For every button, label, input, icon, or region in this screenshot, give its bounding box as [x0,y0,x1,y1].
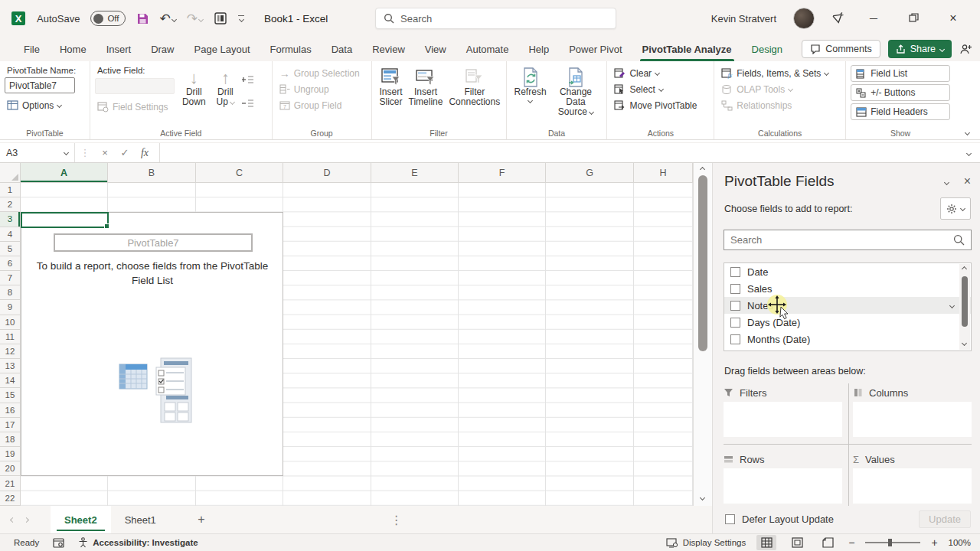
sheet-options-icon[interactable]: ⋮ [390,513,403,527]
field-list-toggle[interactable]: Field List [851,65,950,82]
row-header-4[interactable]: 4 [0,227,20,242]
row-header-16[interactable]: 16 [0,403,20,418]
row-header-14[interactable]: 14 [0,373,20,388]
field-list-scrollbar[interactable] [959,264,970,350]
name-box[interactable]: A3 [0,143,75,162]
row-header-20[interactable]: 20 [0,461,20,476]
avatar[interactable] [793,8,815,29]
field-row-sales[interactable]: Sales [724,280,971,297]
field-list-scrollbar-thumb[interactable] [962,276,968,327]
fields-search-box[interactable]: Search [724,230,972,250]
row-header-3[interactable]: 3 [0,212,20,227]
row-header-1[interactable]: 1 [0,183,20,197]
pivottable-name-input[interactable] [5,77,75,93]
change-data-source-button[interactable]: Change Data Source [550,65,603,127]
collapse-field-icon[interactable] [242,98,254,109]
select-all-corner[interactable] [0,163,21,182]
row-header-10[interactable]: 10 [0,315,20,330]
coming-soon-icon[interactable] [831,11,845,25]
zoom-in-button[interactable]: + [931,536,937,549]
rows-area[interactable]: Rows [724,450,842,505]
collapse-ribbon-button[interactable] [955,61,980,139]
row-header-17[interactable]: 17 [0,418,20,432]
rows-drop-zone[interactable] [724,468,842,504]
autosave-toggle[interactable]: Off [90,11,125,26]
field-row-notes[interactable]: Notes [724,297,971,314]
refresh-button[interactable]: Refresh [511,65,550,127]
insert-function-icon[interactable]: fx [135,147,155,159]
ribbon-tab-draw[interactable]: Draw [141,37,184,61]
row-header-5[interactable]: 5 [0,242,20,256]
ribbon-tab-file[interactable]: File [14,37,50,61]
scroll-up-icon[interactable] [700,167,705,172]
row-header-11[interactable]: 11 [0,330,20,344]
filters-drop-zone[interactable] [724,402,842,437]
search-bar[interactable]: Search [375,8,616,29]
vertical-scrollbar-thumb[interactable] [698,175,707,351]
quick-access-icon[interactable] [214,11,227,25]
move-pivottable-button[interactable]: Move PivotTable [612,97,709,113]
ribbon-tab-home[interactable]: Home [50,37,96,61]
zoom-out-button[interactable]: − [848,536,854,549]
field-headers-toggle[interactable]: Field Headers [851,103,950,120]
columns-drop-zone[interactable] [853,402,972,437]
pane-collapse-icon[interactable] [945,175,949,187]
field-row-days-date-[interactable]: Days (Date) [724,314,971,331]
ribbon-tab-help[interactable]: Help [518,37,559,61]
field-row-date[interactable]: Date [724,263,971,280]
ribbon-tab-design[interactable]: Design [742,37,792,61]
ribbon-tab-data[interactable]: Data [322,37,362,61]
field-checkbox[interactable] [730,284,740,294]
ribbon-tab-pivottable-analyze[interactable]: PivotTable Analyze [632,37,742,61]
row-header-12[interactable]: 12 [0,344,20,359]
insert-slicer-button[interactable]: Insert Slicer [377,65,406,127]
person-add-icon[interactable] [959,43,972,56]
user-name[interactable]: Kevin Stratvert [711,13,776,24]
plus-minus-buttons-toggle[interactable]: +/- Buttons [851,84,950,101]
row-header-19[interactable]: 19 [0,447,20,461]
insert-timeline-button[interactable]: Insert Timeline [406,65,446,127]
row-header-18[interactable]: 18 [0,432,20,447]
ribbon-tab-automate[interactable]: Automate [456,37,519,61]
field-list-scroll-up-icon[interactable] [962,266,967,272]
restore-button[interactable] [902,12,925,25]
column-header-e[interactable]: E [371,163,459,182]
columns-area[interactable]: Columns [853,383,972,439]
values-area[interactable]: Σ Values [853,450,972,505]
excel-logo-icon[interactable]: X [11,11,26,26]
field-checkbox[interactable] [730,318,740,328]
field-dropdown-icon[interactable] [949,302,955,308]
row-header-22[interactable]: 22 [0,491,20,506]
macro-record-icon[interactable] [53,538,64,548]
undo-icon[interactable]: ↶ [160,11,176,27]
zoom-level[interactable]: 100% [949,538,971,547]
expand-formula-bar-icon[interactable] [958,146,980,160]
column-header-d[interactable]: D [283,163,371,182]
sheet-tab-sheet1[interactable]: Sheet1 [111,506,170,533]
sheet-tab-sheet2[interactable]: Sheet2 [51,506,111,533]
column-header-f[interactable]: F [459,163,546,182]
ribbon-tab-insert[interactable]: Insert [96,37,142,61]
close-button[interactable]: × [942,11,965,25]
minimize-button[interactable]: ─ [862,12,885,24]
ribbon-tab-view[interactable]: View [415,37,456,61]
options-button[interactable]: Options [5,97,85,113]
selected-cell-a3[interactable] [21,212,109,228]
select-button[interactable]: Select [612,81,709,97]
comments-button[interactable]: Comments [802,40,880,58]
zoom-slider[interactable] [865,542,920,543]
field-checkbox[interactable] [730,334,740,344]
column-header-c[interactable]: C [196,163,283,182]
pane-tools-button[interactable] [940,197,971,220]
scroll-down-icon[interactable] [700,495,705,500]
sheet-nav-next-icon[interactable] [14,513,38,527]
row-header-2[interactable]: 2 [0,197,20,212]
formula-input[interactable] [159,143,958,162]
share-button[interactable]: Share [888,40,952,58]
row-header-9[interactable]: 9 [0,300,20,315]
ribbon-tab-review[interactable]: Review [362,37,415,61]
column-header-h[interactable]: H [634,163,693,182]
row-header-8[interactable]: 8 [0,285,20,300]
namebox-drag-handle[interactable]: ⋮ [75,147,95,158]
field-list-scroll-down-icon[interactable] [962,341,967,346]
